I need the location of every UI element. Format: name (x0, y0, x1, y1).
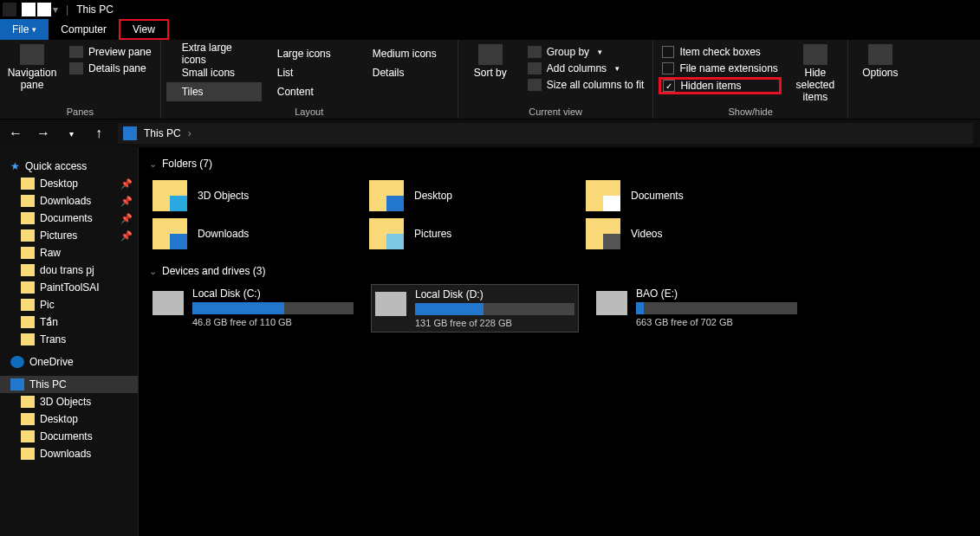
group-current-label: Current view (464, 105, 648, 119)
quick-access-toolbar: ▾ (22, 3, 58, 16)
drive-icon (596, 291, 627, 315)
history-dropdown-icon[interactable]: ▾ (62, 129, 80, 139)
folder-icon (21, 430, 35, 442)
folder-icon (369, 180, 404, 211)
folder-item[interactable]: 3D Objects (149, 177, 340, 215)
sidebar-pinned-item[interactable]: Tần (0, 313, 138, 331)
navigation-tree: ★Quick access Desktop📌Downloads📌Document… (0, 147, 139, 536)
back-button[interactable]: ← (7, 126, 24, 141)
size-columns-button[interactable]: Size all columns to fit (524, 77, 648, 93)
sidebar-this-pc[interactable]: This PC (0, 376, 138, 393)
layout-sm[interactable]: Small icons (166, 63, 262, 82)
folder-icon (586, 180, 620, 211)
sidebar-pc-item[interactable]: Desktop (0, 410, 138, 428)
qat-icon-1[interactable] (22, 3, 36, 16)
sidebar-onedrive[interactable]: OneDrive (0, 353, 138, 371)
sort-icon (478, 44, 503, 65)
app-icon (3, 3, 16, 16)
navigation-pane-button[interactable]: Navigation pane (5, 42, 59, 91)
hidden-items[interactable]: Hidden items (659, 77, 781, 94)
folder-icon (586, 218, 620, 249)
folder-item[interactable]: Videos (582, 215, 773, 253)
layout-content[interactable]: Content (262, 82, 357, 101)
file-name-extensions[interactable]: File name extensions (659, 61, 781, 76)
hide-selected-button[interactable]: Hide selected items (789, 42, 842, 103)
sidebar-pinned-item[interactable]: Raw (0, 244, 138, 262)
qat-dropdown-icon[interactable]: ▾ (53, 3, 58, 16)
layout-lg[interactable]: Large icons (262, 44, 357, 63)
sidebar-pinned-item[interactable]: Desktop📌 (0, 175, 138, 192)
storage-bar (192, 302, 354, 314)
pin-icon: 📌 (120, 230, 133, 242)
sidebar-pinned-item[interactable]: Downloads📌 (0, 192, 138, 210)
title-separator: | (66, 3, 68, 16)
folder-icon (21, 195, 35, 207)
folder-icon (21, 281, 35, 294)
pin-icon: 📌 (120, 178, 133, 190)
folders-header[interactable]: ⌄Folders (7) (149, 154, 970, 177)
layout-xl[interactable]: Extra large icons (166, 44, 262, 63)
folder-item[interactable]: Downloads (149, 215, 340, 253)
content-pane: ⌄Folders (7) 3D ObjectsDesktopDocumentsD… (139, 147, 980, 536)
layout-md[interactable]: Medium icons (357, 44, 452, 63)
sidebar-quick-access[interactable]: ★Quick access (0, 158, 138, 175)
group-by-button[interactable]: Group by▾ (524, 44, 648, 60)
item-check-boxes[interactable]: Item check boxes (659, 44, 781, 60)
group-layout-label: Layout (166, 105, 452, 119)
sidebar-pc-item[interactable]: Downloads (0, 445, 138, 462)
folder-icon (21, 247, 35, 259)
folder-icon (21, 264, 35, 276)
sidebar-pinned-item[interactable]: dou trans pj (0, 262, 138, 279)
drive-icon (153, 291, 184, 315)
chevron-down-icon: ⌄ (149, 158, 157, 170)
group-options: Options (848, 40, 912, 119)
drive-item[interactable]: Local Disk (D:)131 GB free of 228 GB (371, 284, 579, 333)
drive-item[interactable]: Local Disk (C:)46.8 GB free of 110 GB (149, 284, 357, 333)
folder-icon (21, 212, 35, 224)
storage-bar (415, 303, 574, 315)
folder-item[interactable]: Pictures (366, 215, 556, 253)
sidebar-pinned-item[interactable]: PaintToolSAI (0, 279, 138, 296)
drives-header[interactable]: ⌄Devices and drives (3) (149, 262, 970, 284)
up-button[interactable]: ↑ (90, 126, 107, 141)
folder-icon (21, 316, 35, 328)
preview-pane-button[interactable]: Preview pane (66, 44, 155, 60)
folder-icon (21, 178, 35, 190)
title-bar: ▾ | This PC (0, 0, 980, 19)
sidebar-pc-item[interactable]: 3D Objects (0, 393, 138, 410)
layout-list[interactable]: List (262, 63, 357, 82)
options-button[interactable]: Options (853, 42, 907, 79)
tab-file[interactable]: File▾ (0, 19, 49, 40)
address-bar[interactable]: This PC › (118, 123, 973, 144)
hide-selected-icon (803, 44, 827, 65)
breadcrumb-root[interactable]: This PC (144, 127, 181, 139)
navigation-pane-icon (20, 44, 44, 65)
layout-details[interactable]: Details (357, 63, 452, 82)
folder-icon (21, 333, 35, 345)
add-columns-button[interactable]: Add columns▾ (524, 61, 648, 76)
sidebar-pinned-item[interactable]: Documents📌 (0, 210, 138, 227)
layout-tiles[interactable]: Tiles (166, 82, 262, 101)
folder-icon (21, 229, 35, 242)
window-title: This PC (76, 3, 114, 16)
pin-icon: 📌 (120, 196, 133, 207)
qat-icon-2[interactable] (37, 3, 51, 16)
sidebar-pinned-item[interactable]: Pictures📌 (0, 227, 138, 244)
pin-icon: 📌 (120, 213, 133, 224)
sidebar-pc-item[interactable]: Documents (0, 428, 138, 445)
sort-by-button[interactable]: Sort by (464, 42, 517, 79)
tab-view[interactable]: View (119, 19, 169, 40)
tab-computer[interactable]: Computer (49, 19, 119, 40)
drive-item[interactable]: BAO (E:)663 GB free of 702 GB (593, 284, 801, 333)
ribbon: Navigation pane Preview pane Details pan… (0, 40, 980, 119)
folder-item[interactable]: Documents (582, 177, 773, 215)
sidebar-pinned-item[interactable]: Trans (0, 331, 138, 348)
forward-button[interactable]: → (35, 126, 52, 141)
sidebar-pinned-item[interactable]: Pic (0, 296, 138, 313)
folder-item[interactable]: Desktop (366, 177, 556, 215)
drive-icon (375, 292, 406, 316)
breadcrumb-chevron-icon[interactable]: › (188, 127, 191, 139)
details-pane-button[interactable]: Details pane (66, 61, 155, 76)
ribbon-tabs: File▾ Computer View (0, 19, 980, 40)
group-panes-label: Panes (5, 105, 155, 119)
